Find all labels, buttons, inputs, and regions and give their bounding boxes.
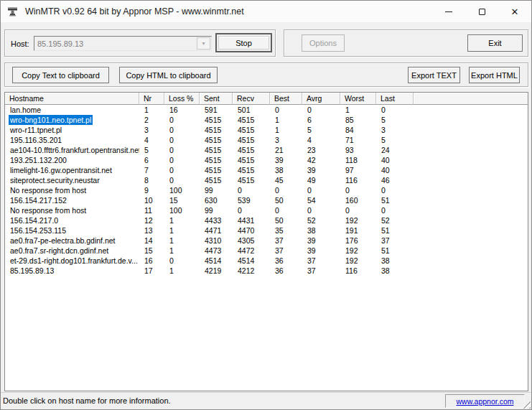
table-row[interactable]: 156.154.253.11513144714470353819151 [5, 225, 528, 236]
cell-worst: 0 [340, 185, 376, 195]
chevron-down-icon: ▼ [201, 41, 206, 46]
table-row[interactable]: limelight-16.gw.opentransit.net704515451… [5, 165, 528, 175]
cell-best: 38 [270, 165, 302, 175]
cell-recv: 4470 [233, 225, 270, 236]
cell-host: 156.154.253.115 [5, 225, 139, 236]
cell-nr: 13 [139, 225, 164, 236]
cell-sent: 4310 [200, 236, 233, 246]
cell-sent: 4515 [200, 165, 233, 175]
cell-recv: 4515 [233, 175, 270, 185]
cell-avrg: 0 [302, 205, 340, 215]
table-row[interactable]: No response from host91009900000 [5, 185, 528, 195]
copy-html-button[interactable]: Copy HTML to clipboard [119, 67, 218, 83]
column-header-nr[interactable]: Nr [139, 93, 164, 105]
stop-button[interactable]: Stop [215, 33, 272, 52]
maximize-icon [479, 9, 485, 15]
cell-recv: 4212 [233, 266, 270, 276]
cell-nr: 9 [139, 185, 164, 195]
cell-recv: 539 [233, 195, 270, 205]
column-header-best[interactable]: Best [270, 93, 302, 105]
column-header-loss[interactable]: Loss % [164, 93, 200, 105]
cell-last: 38 [376, 266, 414, 276]
cell-avrg: 6 [302, 115, 340, 125]
cell-loss: 1 [164, 266, 200, 276]
table-row[interactable]: wro-r11.tpnet.pl304515451515843 [5, 125, 528, 135]
table-row[interactable]: ae0.fra7-pe-electra.bb.gdinf.net14143104… [5, 236, 528, 246]
table-row[interactable]: 156.154.217.012144334431505219252 [5, 215, 528, 225]
cell-last: 5 [376, 135, 414, 145]
copy-text-button[interactable]: Copy Text to clipboard [12, 67, 109, 83]
cell-recv: 4431 [233, 215, 270, 225]
table-row[interactable]: siteprotect.security.neustar804515451545… [5, 175, 528, 185]
cell-best: 1 [270, 115, 302, 125]
table-row[interactable]: wro-bng101.neo.tpnet.pl204515451516855 [5, 115, 528, 125]
cell-best: 0 [270, 105, 302, 115]
table-row[interactable]: et-29.ds1-right.dog101.frankfurt.de.v...… [5, 256, 528, 266]
table-row[interactable]: 156.154.217.1521015630539505416051 [5, 195, 528, 205]
cell-worst: 192 [340, 215, 376, 225]
cell-recv: 4515 [233, 125, 270, 135]
cell-worst: 118 [340, 155, 376, 165]
cell-last: 51 [376, 246, 414, 256]
options-button: Options [302, 34, 345, 52]
cell-avrg: 39 [302, 246, 340, 256]
cell-recv: 4515 [233, 135, 270, 145]
listview-body: lan.home1165915010010wro-bng101.neo.tpne… [5, 105, 528, 276]
close-button[interactable]: ✕ [498, 1, 531, 22]
table-row[interactable]: 193.251.132.2006045154515394211840 [5, 155, 528, 165]
exit-button[interactable]: Exit [467, 34, 523, 52]
table-row[interactable]: ae0.fra7.sr-right.dcn.gdinf.net151447344… [5, 246, 528, 256]
table-row[interactable]: ae104-10.ffttr6.frankfurt.opentransit.ne… [5, 145, 528, 155]
table-row[interactable]: lan.home1165915010010 [5, 105, 528, 115]
cell-nr: 1 [139, 105, 164, 115]
cell-avrg: 0 [302, 185, 340, 195]
cell-recv: 4305 [233, 236, 270, 246]
cell-last: 0 [376, 185, 414, 195]
cell-recv: 4514 [233, 256, 270, 266]
cell-avrg: 39 [302, 236, 340, 246]
cell-recv: 4515 [233, 115, 270, 125]
window-title: WinMTR v0.92 64 bit by Appnor MSP - www.… [25, 6, 244, 17]
link-panel: www.appnor.com [445, 394, 525, 408]
cell-best: 35 [270, 225, 302, 236]
export-text-button[interactable]: Export TEXT [408, 67, 460, 83]
cell-host: 156.154.217.0 [5, 215, 139, 225]
cell-avrg: 37 [302, 256, 340, 266]
cell-worst: 85 [340, 115, 376, 125]
hostname-text: ae0.fra7.sr-right.dcn.gdinf.net [9, 246, 110, 256]
cell-recv: 0 [233, 185, 270, 195]
column-header-avrg[interactable]: Avrg [302, 93, 340, 105]
cell-avrg: 5 [302, 125, 340, 135]
cell-loss: 100 [164, 185, 200, 195]
column-header-host[interactable]: Hostname [5, 93, 139, 105]
cell-sent: 4219 [200, 266, 233, 276]
column-header-worst[interactable]: Worst [340, 93, 376, 105]
column-header-sent[interactable]: Sent [200, 93, 233, 105]
cell-recv: 4515 [233, 155, 270, 165]
appnor-link[interactable]: www.appnor.com [457, 397, 514, 406]
export-html-button[interactable]: Export HTML [469, 67, 520, 83]
cell-best: 50 [270, 215, 302, 225]
column-header-recv[interactable]: Recv [233, 93, 270, 105]
cell-avrg: 42 [302, 155, 340, 165]
cell-nr: 8 [139, 175, 164, 185]
cell-last: 0 [376, 205, 414, 215]
cell-loss: 1 [164, 215, 200, 225]
table-row[interactable]: 85.195.89.1317142194212363711638 [5, 266, 528, 276]
cell-loss: 1 [164, 246, 200, 256]
column-header-last[interactable]: Last [376, 93, 414, 105]
cell-sent: 4433 [200, 215, 233, 225]
minimize-button[interactable] [432, 1, 465, 22]
maximize-button[interactable] [465, 1, 498, 22]
hostname-text: wro-r11.tpnet.pl [9, 125, 63, 135]
table-row[interactable]: No response from host111009900000 [5, 205, 528, 215]
cell-host: wro-bng101.neo.tpnet.pl [5, 115, 139, 125]
cell-avrg: 54 [302, 195, 340, 205]
table-row[interactable]: 195.116.35.201404515451534715 [5, 135, 528, 145]
cell-sent: 591 [200, 105, 233, 115]
cell-host: siteprotect.security.neustar [5, 175, 139, 185]
status-bar: Double click on host name for more infor… [1, 392, 531, 409]
cell-avrg: 38 [302, 225, 340, 236]
cell-loss: 0 [164, 145, 200, 155]
cell-best: 1 [270, 125, 302, 135]
